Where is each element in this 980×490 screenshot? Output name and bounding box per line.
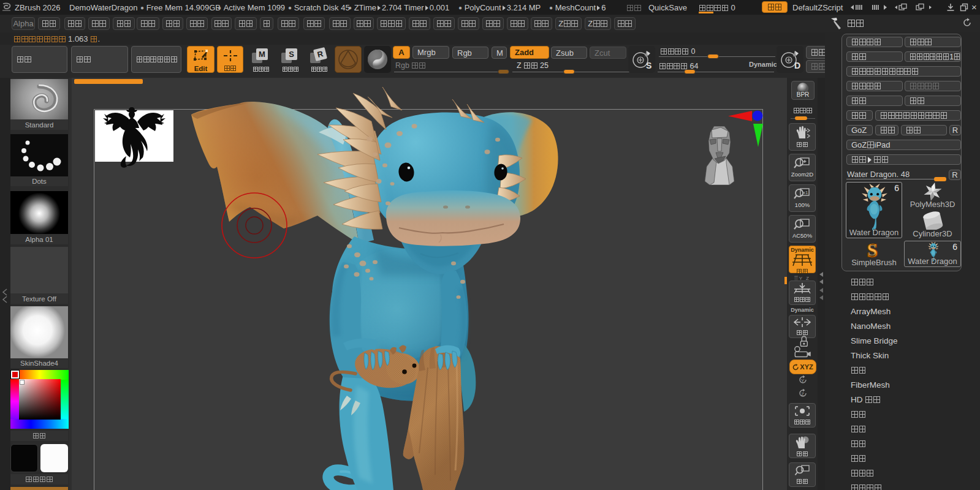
svg-text:S: S (646, 61, 651, 70)
svg-text:x1: x1 (803, 190, 808, 195)
svg-text:D: D (794, 61, 800, 70)
svg-text:Z: Z (801, 391, 804, 397)
svg-text:Y: Y (801, 378, 805, 383)
svg-text:S: S (868, 241, 876, 259)
